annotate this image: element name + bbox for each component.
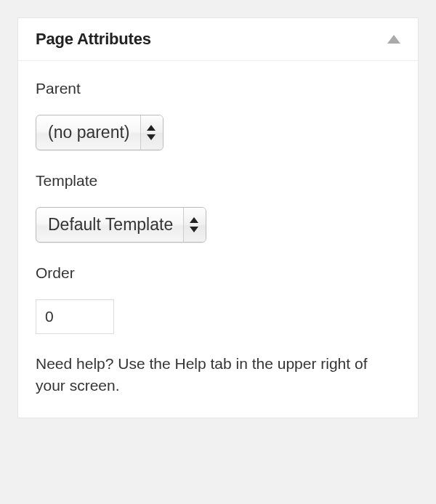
order-field: Order bbox=[36, 264, 400, 334]
parent-select-value: (no parent) bbox=[36, 115, 140, 150]
template-field: Template Default Template bbox=[36, 172, 400, 243]
panel-header[interactable]: Page Attributes bbox=[18, 18, 418, 61]
parent-label: Parent bbox=[36, 80, 400, 97]
panel-title: Page Attributes bbox=[36, 30, 151, 49]
select-arrows-icon bbox=[140, 115, 163, 150]
template-select-value: Default Template bbox=[36, 208, 183, 242]
order-label: Order bbox=[36, 264, 400, 282]
template-select[interactable]: Default Template bbox=[36, 207, 206, 243]
chevron-up-icon bbox=[147, 125, 156, 131]
page-attributes-panel: Page Attributes Parent (no parent) Templ… bbox=[17, 17, 419, 418]
help-text: Need help? Use the Help tab in the upper… bbox=[36, 353, 400, 397]
parent-select[interactable]: (no parent) bbox=[36, 115, 164, 150]
chevron-up-icon bbox=[190, 217, 198, 223]
collapse-icon bbox=[387, 35, 400, 44]
select-arrows-icon bbox=[183, 208, 206, 242]
order-input[interactable] bbox=[36, 299, 114, 334]
chevron-down-icon bbox=[190, 227, 198, 232]
template-label: Template bbox=[36, 172, 400, 190]
chevron-down-icon bbox=[147, 134, 156, 140]
panel-body: Parent (no parent) Template Default Temp… bbox=[18, 61, 418, 418]
parent-field: Parent (no parent) bbox=[36, 80, 400, 150]
